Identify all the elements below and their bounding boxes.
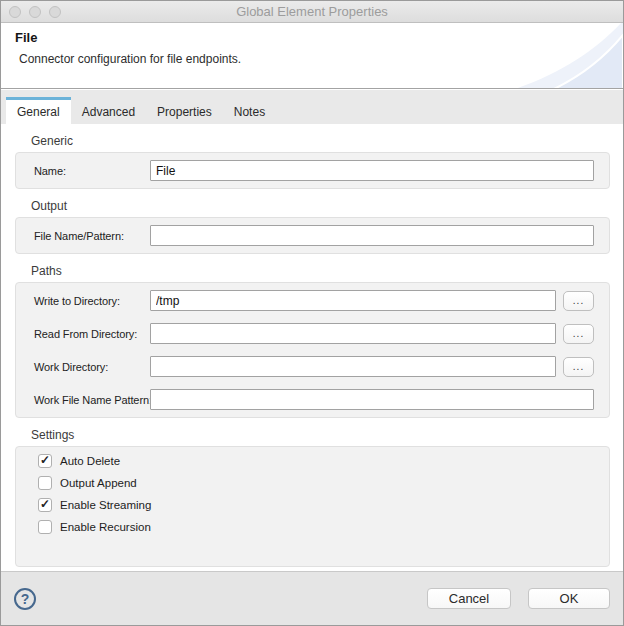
field-row-read-from-directory: Read From Directory: ... [34,323,594,344]
enable-recursion-option: Enable Recursion [38,520,594,534]
enable-streaming-option: Enable Streaming [38,498,594,512]
enable-streaming-checkbox[interactable] [38,498,52,512]
banner-swoosh-decoration [423,23,623,89]
page-title: File [15,30,37,45]
traffic-lights [9,6,61,18]
tab-content-general: Generic Name: Output File Name/Pattern: … [1,124,623,570]
button-bar: ? Cancel OK [1,571,623,625]
zoom-window-button[interactable] [49,6,61,18]
section-title-paths: Paths [31,264,623,278]
work-directory-label: Work Directory: [34,361,150,373]
work-directory-input[interactable] [150,356,556,377]
section-title-output: Output [31,199,623,213]
name-label: Name: [34,165,150,177]
output-append-option: Output Append [38,476,594,490]
group-output: File Name/Pattern: [15,217,610,254]
section-title-generic: Generic [31,134,623,148]
section-title-settings: Settings [31,428,623,442]
write-to-directory-label: Write to Directory: [34,295,150,307]
file-name-pattern-input[interactable] [150,225,594,246]
work-directory-browse-button[interactable]: ... [563,357,594,377]
tab-properties[interactable]: Properties [146,97,223,124]
field-row-work-file-name-pattern: Work File Name Pattern: [34,389,594,410]
read-from-directory-input[interactable] [150,323,556,344]
dialog-header: File Connector configuration for file en… [1,23,623,89]
enable-recursion-checkbox[interactable] [38,520,52,534]
field-row-name: Name: [34,160,594,181]
write-to-directory-browse-button[interactable]: ... [563,291,594,311]
group-paths: Write to Directory: ... Read From Direct… [15,282,610,418]
output-append-label: Output Append [60,477,137,489]
cancel-button[interactable]: Cancel [427,588,511,609]
ok-button[interactable]: OK [528,588,610,609]
field-row-write-to-directory: Write to Directory: ... [34,290,594,311]
global-element-properties-dialog: Global Element Properties File Connector… [0,0,624,626]
close-window-button[interactable] [9,6,21,18]
read-from-directory-browse-button[interactable]: ... [563,324,594,344]
output-append-checkbox[interactable] [38,476,52,490]
auto-delete-label: Auto Delete [60,455,120,467]
file-name-pattern-label: File Name/Pattern: [34,230,150,242]
tab-bar: General Advanced Properties Notes [1,90,623,124]
page-description: Connector configuration for file endpoin… [19,52,241,66]
tab-advanced[interactable]: Advanced [71,97,146,124]
auto-delete-checkbox[interactable] [38,454,52,468]
field-row-file-name-pattern: File Name/Pattern: [34,225,594,246]
titlebar: Global Element Properties [1,1,623,23]
help-button[interactable]: ? [14,588,36,610]
auto-delete-option: Auto Delete [38,454,594,468]
enable-recursion-label: Enable Recursion [60,521,151,533]
work-file-name-pattern-label: Work File Name Pattern: [34,394,150,406]
window-title: Global Element Properties [236,4,388,19]
write-to-directory-input[interactable] [150,290,556,311]
field-row-work-directory: Work Directory: ... [34,356,594,377]
enable-streaming-label: Enable Streaming [60,499,151,511]
read-from-directory-label: Read From Directory: [34,328,150,340]
tab-general[interactable]: General [6,97,71,124]
work-file-name-pattern-input[interactable] [150,389,594,410]
group-settings: Auto Delete Output Append Enable Streami… [15,446,610,567]
name-input[interactable] [150,160,594,181]
group-generic: Name: [15,152,610,189]
minimize-window-button[interactable] [29,6,41,18]
tab-notes[interactable]: Notes [223,97,276,124]
